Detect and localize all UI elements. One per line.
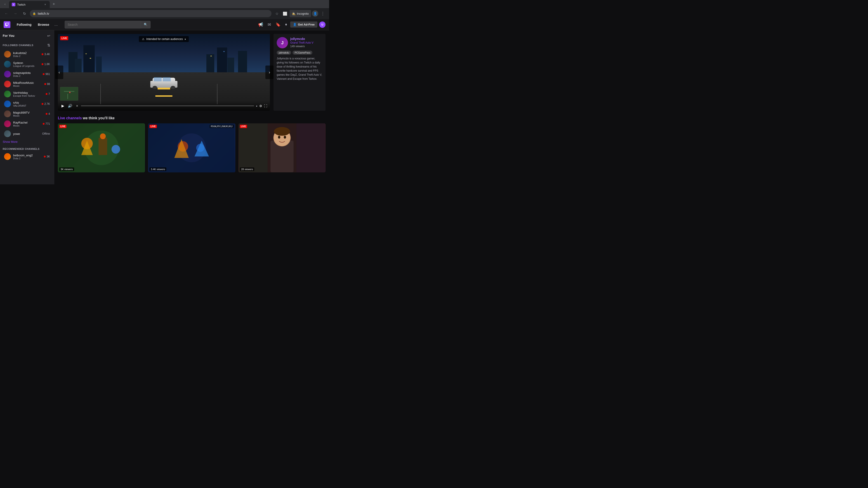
svg-rect-21 — [296, 123, 325, 172]
back-btn[interactable]: ← — [3, 10, 10, 17]
viewer-count-rayrachel: 771 — [45, 122, 50, 125]
viewer-count-mikarosemusic: 98 — [47, 83, 50, 86]
sort-btn[interactable]: ⇅ — [46, 42, 51, 48]
channel-item-sydeon[interactable]: Sydeon League of Legends 1.8K — [1, 59, 53, 69]
card-live-badge-2: LIVE — [149, 125, 157, 128]
channel-info-solapsapdota: solapsapdota Dota 2 — [13, 71, 42, 77]
channel-item-vanholiday[interactable]: VanHoliday Escape from Tarkov 7 — [1, 89, 53, 99]
search-bar[interactable]: 🔍 — [65, 21, 151, 29]
channel-card-2[interactable]: LIVE 3.4K viewers RIVALRY.LINK/KUKU — [148, 123, 235, 172]
channel-item-magic899tv[interactable]: Magic899TV Music 4 — [1, 109, 53, 119]
card-viewers-3: 28 viewers — [240, 167, 254, 171]
followed-channels-header: FOLLOWED CHANNELS ⇅ — [0, 40, 54, 49]
tab-prev-btn[interactable]: ‹ — [2, 1, 8, 7]
ad-free-btn[interactable]: 👤 Get Ad-Free — [290, 22, 317, 28]
live-dot-nats — [41, 103, 43, 105]
stream-tags: jalimakdu PCGamePass — [277, 51, 322, 55]
prev-stream-btn[interactable]: ‹ — [55, 66, 63, 79]
viewer-count-kukudota2: 3.4K — [44, 53, 50, 56]
svg-point-18 — [278, 136, 280, 139]
channel-item-nats[interactable]: nAts VALORANT 2.7K — [1, 99, 53, 109]
address-bar[interactable]: 🔒 twitch.tv — [30, 10, 272, 17]
card-thumbnail-1: LIVE 3K viewers — [58, 123, 145, 172]
channel-avatar-solapsapdota — [4, 71, 11, 77]
channel-avatar-kukudota2 — [4, 51, 11, 58]
stream-description: Jollymcdo is a voracious gamer, giving h… — [277, 57, 322, 81]
live-dot-solapsapdota — [43, 73, 44, 75]
channel-avatar-sydeon — [4, 61, 11, 68]
twitch-logo[interactable] — [4, 21, 10, 28]
next-stream-btn[interactable]: › — [266, 66, 274, 79]
streamer-game[interactable]: Grand Theft Auto V — [290, 41, 322, 44]
refresh-btn[interactable]: ↻ — [21, 10, 28, 17]
section-title-rest: we think you'll like — [82, 116, 115, 120]
viewer-count-nats: 2.7K — [44, 102, 50, 105]
incognito-label: Incognito — [297, 12, 309, 15]
live-dot-vanholiday — [46, 93, 48, 95]
tablet-btn[interactable]: ⬜ — [281, 10, 289, 17]
channel-item-mikarosemusic[interactable]: MikaRoseMusic Music 98 — [1, 79, 53, 89]
more-dots-btn[interactable]: … — [53, 21, 59, 28]
channel-avatar-magic899tv — [4, 110, 11, 117]
notifications-btn[interactable]: 📢 — [257, 21, 265, 29]
mute-btn[interactable]: 🔊 — [67, 103, 73, 109]
settings-btn[interactable]: ⚙ — [259, 104, 262, 108]
lock-icon: 🔒 — [33, 12, 36, 15]
channel-item-rayrachel[interactable]: RayRachel Music 771 — [1, 119, 53, 129]
user-avatar[interactable]: U — [319, 22, 326, 28]
channel-item-betboom-eng2[interactable]: betboom_eng2 Dota 2 3K — [1, 152, 53, 161]
following-nav-btn[interactable]: Following — [14, 22, 34, 28]
browser-more-btn[interactable]: ⋮ — [319, 10, 327, 17]
channel-name-mikarosemusic: MikaRoseMusic — [13, 81, 43, 85]
followed-channels-title: FOLLOWED CHANNELS — [3, 44, 33, 46]
main-content: ‹ — [54, 30, 329, 184]
tag-pcgamepass[interactable]: PCGamePass — [292, 51, 312, 55]
channel-card-3[interactable]: LIVE 28 viewers — [239, 123, 326, 172]
channel-item-kukudota2[interactable]: kukudota2 Dota 2 3.4K — [1, 50, 53, 59]
svg-point-19 — [284, 136, 286, 139]
bookmark-btn[interactable]: ☆ — [273, 10, 281, 17]
viewer-count-sydeon: 1.8K — [44, 63, 50, 66]
audience-banner: ⚠ Intended for certain audiences ▾ — [139, 36, 189, 42]
messages-btn[interactable]: ✉ — [266, 21, 272, 29]
forward-btn[interactable]: → — [12, 10, 19, 17]
tab-favicon: t — [12, 3, 16, 6]
crown-btn[interactable]: ♦ — [284, 21, 288, 28]
live-badge: LIVE — [60, 36, 68, 40]
video-player: LIVE ⚠ Intended for certain audiences ▾ … — [58, 34, 270, 111]
card-thumbnail-3: LIVE 28 viewers — [239, 123, 326, 172]
incognito-icon: 🕵 — [292, 12, 296, 15]
channel-game-rayrachel: Music — [13, 124, 42, 127]
browse-nav-btn[interactable]: Browse — [35, 22, 52, 28]
profile-circle: 👤 — [312, 10, 318, 17]
ad-free-label: Get Ad-Free — [298, 23, 315, 26]
play-pause-btn[interactable]: ▶ — [61, 103, 65, 109]
sidebar-back-btn[interactable]: ↩ — [46, 33, 51, 38]
search-submit-btn[interactable]: 🔍 — [141, 21, 150, 29]
tag-jalimakdu[interactable]: jalimakdu — [277, 51, 291, 55]
channel-info-nats: nAts VALORANT — [13, 101, 41, 107]
bookmarks-btn[interactable]: 🔖 — [274, 21, 282, 29]
channel-item-yowe[interactable]: yowe Offline — [1, 129, 53, 138]
channel-item-solapsapdota[interactable]: solapsapdota Dota 2 961 — [1, 69, 53, 79]
streamer-viewer-count: 149 viewers — [290, 45, 322, 48]
twitch-app: Following Browse … 🔍 📢 ✉ 🔖 ♦ 👤 Get Ad-Fr… — [0, 19, 329, 184]
card-thumbnail-2: LIVE 3.4K viewers RIVALRY.LINK/KUKU — [148, 123, 235, 172]
tab-close-btn[interactable]: × — [43, 3, 47, 6]
search-input[interactable] — [65, 23, 141, 26]
active-tab: t Twitch × — [9, 1, 50, 8]
channel-card-1[interactable]: LIVE 3K viewers — [58, 123, 145, 172]
live-dot-betboom-eng2 — [44, 156, 46, 158]
channel-game-sydeon: League of Legends — [13, 65, 41, 67]
channel-name-vanholiday: VanHoliday — [13, 91, 45, 94]
fullscreen-btn[interactable]: ⛶ — [264, 104, 267, 108]
mute-x-btn[interactable]: ✕ — [75, 103, 79, 108]
new-tab-btn[interactable]: + — [51, 1, 57, 7]
channel-info-betboom-eng2: betboom_eng2 Dota 2 — [13, 154, 43, 160]
progress-bar[interactable] — [81, 105, 254, 106]
show-more-btn[interactable]: Show More — [0, 139, 54, 145]
channel-name-betboom-eng2: betboom_eng2 — [13, 154, 43, 157]
for-you-title: For You — [3, 34, 14, 37]
incognito-btn[interactable]: 🕵 Incognito — [289, 10, 311, 17]
streamer-name[interactable]: jollymcdo — [290, 37, 322, 41]
